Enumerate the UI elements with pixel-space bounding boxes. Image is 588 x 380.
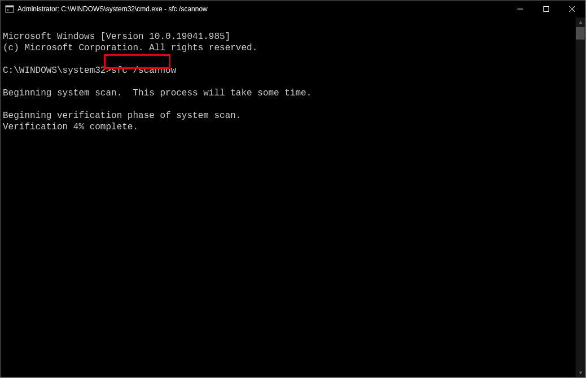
close-button[interactable]: [559, 1, 585, 18]
terminal-line: Beginning verification phase of system s…: [3, 111, 241, 121]
titlebar[interactable]: >_ Administrator: C:\WINDOWS\system32\cm…: [1, 1, 585, 18]
terminal-line: (c) Microsoft Corporation. All rights re…: [3, 43, 257, 53]
scroll-thumb[interactable]: [576, 27, 585, 40]
cmd-icon: >_: [5, 5, 14, 14]
maximize-button[interactable]: [533, 1, 559, 18]
svg-marker-8: [579, 372, 582, 374]
terminal-line: Verification 4% complete.: [3, 122, 138, 132]
window-title: Administrator: C:\WINDOWS\system32\cmd.e…: [17, 5, 507, 13]
terminal-command: sfc /scannow: [111, 65, 176, 76]
terminal-line: Microsoft Windows [Version 10.0.19041.98…: [3, 32, 230, 42]
svg-rect-4: [544, 7, 549, 12]
svg-text:>_: >_: [7, 8, 12, 12]
terminal-line: Beginning system scan. This process will…: [3, 88, 311, 98]
terminal-prompt: C:\WINDOWS\system32>: [3, 65, 111, 76]
content-area: Microsoft Windows [Version 10.0.19041.98…: [1, 18, 585, 377]
cmd-window: >_ Administrator: C:\WINDOWS\system32\cm…: [0, 0, 586, 378]
svg-marker-7: [579, 21, 582, 24]
window-controls: [507, 1, 585, 18]
svg-rect-1: [6, 6, 14, 7]
terminal-output[interactable]: Microsoft Windows [Version 10.0.19041.98…: [1, 18, 576, 377]
minimize-button[interactable]: [507, 1, 533, 18]
scroll-up-button[interactable]: [576, 18, 585, 27]
vertical-scrollbar[interactable]: [576, 18, 585, 377]
scroll-down-button[interactable]: [576, 368, 585, 377]
